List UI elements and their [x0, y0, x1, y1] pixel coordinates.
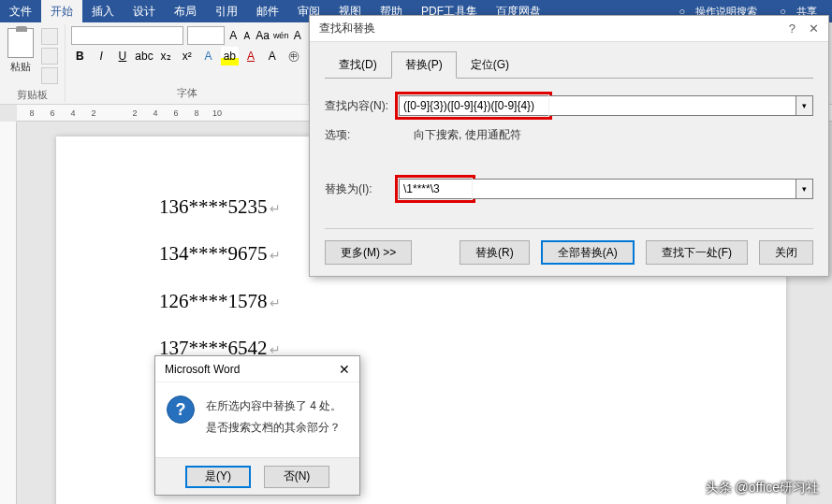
- format-painter-icon[interactable]: [41, 67, 58, 84]
- more-button[interactable]: 更多(M) >>: [325, 240, 412, 265]
- replace-label: 替换为(I):: [325, 181, 395, 197]
- enclose-chars-button[interactable]: ㊥: [285, 47, 302, 65]
- replace-input[interactable]: [399, 179, 472, 199]
- close-button[interactable]: 关闭: [759, 240, 813, 265]
- cut-icon[interactable]: [41, 28, 58, 45]
- menu-insert[interactable]: 插入: [82, 0, 124, 23]
- menu-references[interactable]: 引用: [206, 0, 247, 23]
- replace-button[interactable]: 替换(R): [460, 240, 530, 265]
- tab-goto[interactable]: 定位(G): [457, 51, 523, 79]
- clear-format-button[interactable]: A: [292, 26, 302, 45]
- replace-all-button[interactable]: 全部替换(A): [541, 240, 635, 265]
- bold-button[interactable]: B: [71, 47, 89, 65]
- font-color-button[interactable]: A: [242, 47, 260, 65]
- text-line[interactable]: 126****1578: [159, 278, 683, 324]
- dialog-titlebar[interactable]: 查找和替换 ? ✕: [310, 16, 828, 42]
- find-replace-dialog: 查找和替换 ? ✕ 查找(D) 替换(P) 定位(G) 查找内容(N): ▾ 选…: [309, 15, 829, 277]
- superscript-button[interactable]: x²: [178, 47, 196, 65]
- vertical-ruler[interactable]: [0, 122, 17, 504]
- shrink-font-button[interactable]: A: [242, 26, 253, 45]
- clipboard-group-label: 剪贴板: [6, 86, 59, 102]
- subscript-button[interactable]: x₂: [157, 47, 175, 65]
- msgbox-titlebar[interactable]: Microsoft Word ✕: [155, 356, 359, 382]
- dialog-title-text: 查找和替换: [319, 21, 375, 36]
- msgbox-title-text: Microsoft Word: [165, 363, 240, 376]
- msgbox-close-icon[interactable]: ✕: [339, 362, 350, 377]
- options-label: 选项:: [325, 127, 395, 143]
- char-shading-button[interactable]: A: [263, 47, 281, 65]
- menu-layout[interactable]: 布局: [165, 0, 206, 23]
- copy-icon[interactable]: [41, 48, 58, 65]
- italic-button[interactable]: I: [93, 47, 110, 65]
- dialog-close-icon[interactable]: ✕: [809, 22, 819, 36]
- tab-replace[interactable]: 替换(P): [391, 51, 457, 79]
- watermark: 头条 @office研习社: [706, 480, 819, 497]
- font-size-select[interactable]: [187, 26, 225, 45]
- dialog-help-icon[interactable]: ?: [789, 22, 796, 36]
- no-button[interactable]: 否(N): [264, 466, 329, 488]
- menu-mailings[interactable]: 邮件: [247, 0, 288, 23]
- change-case-button[interactable]: Aa: [255, 26, 270, 45]
- find-dropdown-icon[interactable]: ▾: [796, 95, 813, 116]
- dialog-tabs: 查找(D) 替换(P) 定位(G): [325, 51, 813, 79]
- replace-dropdown-icon[interactable]: ▾: [796, 179, 813, 199]
- highlight-button[interactable]: ab: [221, 47, 239, 65]
- yes-button[interactable]: 是(Y): [185, 466, 251, 488]
- text-effects-button[interactable]: A: [199, 47, 217, 65]
- msgbox-text: 在所选内容中替换了 4 处。 是否搜索文档的其余部分？: [206, 396, 342, 439]
- replace-input-ext[interactable]: [473, 179, 796, 199]
- menu-design[interactable]: 设计: [124, 0, 165, 23]
- underline-button[interactable]: U: [114, 47, 132, 65]
- find-input-ext[interactable]: [549, 95, 796, 116]
- find-label: 查找内容(N):: [325, 98, 395, 114]
- question-icon: ?: [167, 396, 195, 424]
- tab-find[interactable]: 查找(D): [325, 51, 391, 79]
- phonetic-button[interactable]: wén: [273, 26, 289, 45]
- paste-button[interactable]: 粘贴: [6, 26, 36, 76]
- font-name-select[interactable]: [71, 26, 183, 45]
- message-box: Microsoft Word ✕ ? 在所选内容中替换了 4 处。 是否搜索文档…: [154, 355, 360, 496]
- strikethrough-button[interactable]: abc: [135, 47, 153, 65]
- font-group-label: 字体: [71, 84, 302, 100]
- options-value: 向下搜索, 使用通配符: [395, 127, 521, 143]
- menu-home[interactable]: 开始: [41, 0, 82, 23]
- clipboard-icon: [7, 28, 34, 58]
- grow-font-button[interactable]: A: [228, 26, 239, 45]
- menu-file[interactable]: 文件: [0, 0, 41, 23]
- find-next-button[interactable]: 查找下一处(F): [646, 240, 748, 265]
- find-input[interactable]: [399, 95, 548, 116]
